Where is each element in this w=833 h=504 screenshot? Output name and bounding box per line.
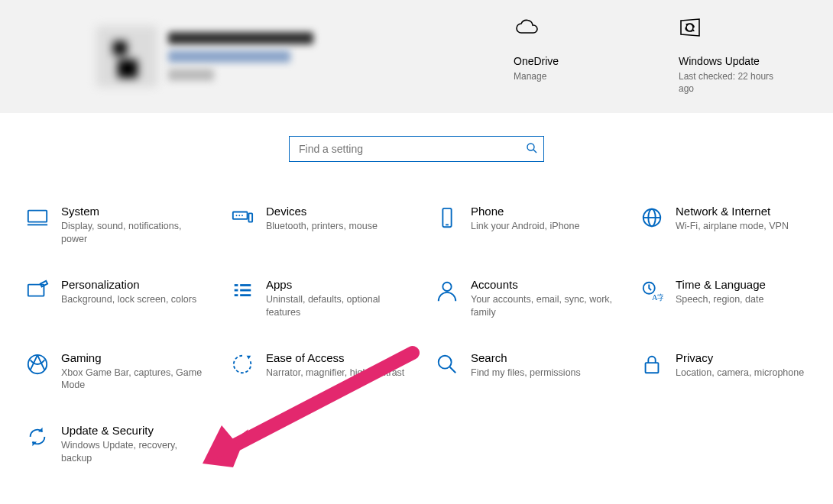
category-subtitle: Display, sound, notifications, power	[61, 220, 209, 246]
category-subtitle: Narrator, magnifier, high contrast	[266, 367, 404, 380]
user-name-redacted	[168, 32, 341, 81]
time-language-icon: A字	[640, 279, 665, 304]
onedrive-cloud-icon	[514, 18, 621, 41]
category-title: System	[61, 205, 209, 218]
svg-point-21	[442, 283, 451, 291]
category-subtitle: Your accounts, email, sync, work, family	[471, 293, 619, 319]
category-ease-of-access[interactable]: Ease of Access Narrator, magnifier, high…	[231, 351, 422, 393]
category-title: Time & Language	[676, 278, 766, 291]
category-title: Update & Security	[61, 424, 209, 437]
winupdate-subtitle: Last checked: 22 hours ago	[679, 70, 786, 95]
category-search[interactable]: Search Find my files, permissions	[436, 351, 627, 393]
category-update-security[interactable]: Update & Security Windows Update, recove…	[26, 424, 217, 465]
settings-category-grid: System Display, sound, notifications, po…	[0, 205, 833, 465]
category-subtitle: Xbox Game Bar, captures, Game Mode	[61, 367, 209, 393]
category-time-language[interactable]: A字 Time & Language Speech, region, date	[640, 278, 831, 319]
category-subtitle: Location, camera, microphone	[676, 367, 804, 380]
category-subtitle: Windows Update, recovery, backup	[61, 439, 209, 465]
windows-update-icon	[679, 18, 786, 41]
category-title: Network & Internet	[676, 205, 789, 218]
category-subtitle: Bluetooth, printers, mouse	[266, 220, 378, 233]
category-subtitle: Background, lock screen, colors	[61, 293, 196, 306]
update-security-icon	[26, 425, 50, 450]
category-title: Privacy	[676, 351, 804, 364]
ease-of-access-icon	[231, 353, 255, 377]
category-title: Search	[471, 351, 581, 364]
search-category-icon	[436, 353, 460, 377]
svg-line-26	[450, 367, 456, 373]
svg-text:A字: A字	[652, 293, 663, 302]
svg-point-25	[439, 355, 452, 368]
phone-icon	[436, 206, 460, 231]
category-phone[interactable]: Phone Link your Android, iPhone	[436, 205, 627, 246]
category-privacy[interactable]: Privacy Location, camera, microphone	[640, 351, 831, 393]
system-icon	[26, 206, 50, 231]
category-gaming[interactable]: Gaming Xbox Game Bar, captures, Game Mod…	[26, 351, 217, 393]
status-card-onedrive[interactable]: OneDrive Manage	[514, 18, 621, 95]
search-icon	[526, 142, 537, 157]
category-apps[interactable]: Apps Uninstall, defaults, optional featu…	[231, 278, 422, 319]
category-devices[interactable]: Devices Bluetooth, printers, mouse	[231, 205, 422, 246]
category-subtitle: Find my files, permissions	[471, 367, 581, 380]
network-icon	[640, 206, 665, 231]
svg-rect-5	[248, 213, 252, 221]
search-box[interactable]	[289, 136, 544, 162]
status-card-windows-update[interactable]: Windows Update Last checked: 22 hours ag…	[679, 18, 786, 95]
category-title: Apps	[266, 278, 414, 291]
svg-point-0	[527, 144, 534, 150]
svg-rect-27	[646, 363, 659, 373]
onedrive-subtitle: Manage	[514, 70, 621, 82]
devices-icon	[231, 206, 255, 231]
winupdate-title: Windows Update	[679, 55, 786, 67]
search-row	[0, 136, 833, 162]
category-personalization[interactable]: Personalization Background, lock screen,…	[26, 278, 217, 319]
accounts-icon	[436, 279, 460, 304]
category-subtitle: Link your Android, iPhone	[471, 220, 579, 233]
svg-point-7	[238, 215, 240, 216]
settings-top-band: OneDrive Manage Windows Update Last chec…	[0, 0, 833, 113]
apps-icon	[231, 279, 255, 304]
category-accounts[interactable]: Accounts Your accounts, email, sync, wor…	[436, 278, 627, 319]
category-subtitle: Speech, region, date	[676, 293, 766, 306]
category-title: Accounts	[471, 278, 619, 291]
user-avatar	[96, 26, 157, 87]
personalization-icon	[26, 279, 50, 304]
search-input[interactable]	[297, 142, 526, 156]
category-subtitle: Wi-Fi, airplane mode, VPN	[676, 220, 789, 233]
privacy-lock-icon	[640, 353, 665, 377]
onedrive-title: OneDrive	[514, 55, 621, 67]
category-title: Personalization	[61, 278, 196, 291]
category-subtitle: Uninstall, defaults, optional features	[266, 293, 414, 319]
svg-rect-2	[28, 211, 47, 222]
category-title: Ease of Access	[266, 351, 404, 364]
svg-point-8	[241, 215, 243, 216]
category-title: Gaming	[61, 351, 209, 364]
user-account-summary[interactable]	[96, 18, 341, 95]
category-system[interactable]: System Display, sound, notifications, po…	[26, 205, 217, 246]
category-title: Devices	[266, 205, 378, 218]
svg-line-1	[533, 150, 536, 153]
category-title: Phone	[471, 205, 579, 218]
category-network[interactable]: Network & Internet Wi-Fi, airplane mode,…	[640, 205, 831, 246]
svg-point-6	[236, 215, 238, 216]
gaming-icon	[26, 353, 50, 377]
